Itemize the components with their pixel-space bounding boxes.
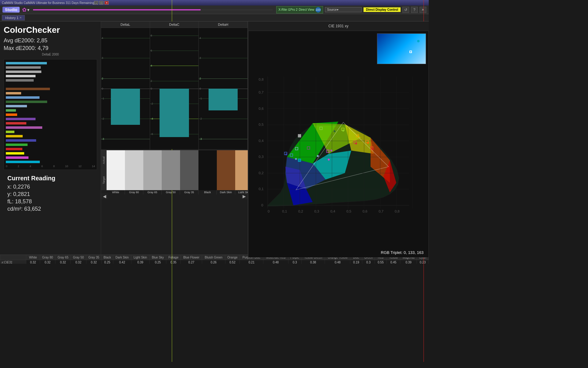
- svg-point-54: [330, 150, 332, 151]
- ddc-button[interactable]: Direct Display Control: [364, 7, 401, 12]
- svg-point-56: [328, 159, 330, 160]
- bar-row: [6, 139, 95, 142]
- swatch-gray80-target[interactable]: [125, 170, 143, 190]
- scroll-left[interactable]: ◀: [101, 193, 108, 199]
- col-header-white: White: [26, 255, 40, 260]
- svg-text:0,5: 0,5: [259, 123, 264, 126]
- actual-label: Actual: [101, 150, 107, 170]
- swatch-name-gray65: Gray 65: [143, 190, 162, 194]
- swatch-gray50-target[interactable]: [162, 170, 180, 190]
- bar-fill: [6, 88, 50, 90]
- minimize-btn[interactable]: –: [94, 1, 98, 5]
- toolbar-progress-bar: [33, 9, 273, 10]
- table-cell: 0.25: [149, 260, 166, 264]
- deltaL-title: DeltaL: [101, 21, 150, 28]
- table-cell: 0.3: [362, 260, 375, 264]
- grid-line: [150, 81, 199, 81]
- bar-fill: [6, 139, 36, 142]
- settings-btn[interactable]: ✕: [420, 7, 426, 13]
- swatch-gray50-actual[interactable]: [162, 150, 180, 170]
- deltaH-title: DeltaH: [199, 21, 247, 28]
- bar-fill: [6, 122, 26, 125]
- refresh-btn[interactable]: ↺: [402, 7, 409, 13]
- axis-label: -3: [102, 137, 104, 140]
- grid-line: [199, 38, 247, 38]
- bar-chart-rows: [6, 61, 95, 164]
- swatch-gray80-actual[interactable]: [125, 150, 143, 170]
- bar-row: [6, 156, 95, 159]
- swatch-lightskin-target[interactable]: [235, 170, 248, 190]
- device-selector[interactable]: X-Rite i1Pro 2 Direct View 223: [276, 6, 323, 13]
- bar-fill: [6, 118, 36, 120]
- svg-text:0,8: 0,8: [259, 78, 264, 81]
- tab-label: History 1: [5, 16, 18, 20]
- table-cell: 0.48: [263, 260, 288, 264]
- bar-row: [6, 66, 95, 69]
- bar-fill: [6, 135, 23, 137]
- table-cell: 0.32: [55, 260, 71, 264]
- bar-row: [6, 160, 95, 164]
- table-cell: 0.32: [40, 260, 55, 264]
- swatch-gray65-target[interactable]: [143, 170, 162, 190]
- table-cell: 0.48: [325, 260, 350, 264]
- studio-logo: Studio: [2, 7, 20, 13]
- bar-fill: [6, 156, 28, 159]
- toolbar-dropdown-arrow[interactable]: ▾: [27, 7, 29, 12]
- left-panel: ColorChecker Avg dE2000: 2,85 Max dE2000…: [0, 21, 101, 255]
- table-cell: 0.45: [386, 260, 400, 264]
- axis-label: 3: [199, 56, 201, 59]
- swatch-darkskin-target[interactable]: [217, 170, 235, 190]
- grid-line: [199, 119, 247, 119]
- bar-fill: [6, 79, 34, 82]
- tab-close[interactable]: ×: [20, 16, 21, 19]
- table-cell: 0.19: [350, 260, 362, 264]
- swatch-gray35-actual[interactable]: [180, 150, 198, 170]
- bar-row: [6, 117, 95, 121]
- axis-label: 0: [199, 87, 201, 90]
- bar-row: [6, 61, 95, 65]
- swatch-white-target[interactable]: [107, 170, 125, 190]
- bar-fill: [6, 62, 47, 64]
- maximize-btn[interactable]: □: [99, 1, 104, 5]
- table-cell: 0.39: [131, 260, 149, 264]
- avg-de2000: Avg dE2000: 2,85: [4, 37, 97, 44]
- deltaL-bar: [111, 89, 140, 125]
- toolbar-icon[interactable]: ✿: [22, 6, 27, 13]
- actual-swatches: [107, 150, 248, 170]
- scroll-right[interactable]: ▶: [241, 193, 248, 199]
- swatch-black-actual[interactable]: [198, 150, 217, 170]
- col-header-blueflower: Blue Flower: [181, 255, 202, 260]
- svg-point-42: [334, 130, 335, 132]
- swatch-gray35-target[interactable]: [180, 170, 198, 190]
- bar-row: [6, 74, 95, 78]
- swatch-lightskin-actual[interactable]: [235, 150, 248, 170]
- source-label: Source: [327, 8, 337, 11]
- cie-title: CIE 1931 xy: [248, 21, 429, 29]
- rgb-triplet: RGB Triplet: 0, 133, 163: [381, 250, 424, 255]
- axis-label: 3: [102, 56, 103, 59]
- table-cell: 0.21: [240, 260, 263, 264]
- bar-fill: [6, 161, 40, 163]
- swatch-white-actual[interactable]: [107, 150, 125, 170]
- swatch-black-target[interactable]: [198, 170, 217, 190]
- deltaC-chart: DeltaC 8 6 4 2 0 -2 -4: [150, 21, 199, 150]
- col-header-bluesky: Blue Sky: [149, 255, 166, 260]
- table-cell: 0.26: [202, 260, 225, 264]
- svg-text:0,1: 0,1: [282, 209, 287, 213]
- toolbar-right: X-Rite i1Pro 2 Direct View 223 Source ▾ …: [276, 6, 426, 13]
- swatch-darkskin-actual[interactable]: [217, 150, 235, 170]
- table-cell: 0.32: [26, 260, 40, 264]
- col-header-gray50: Gray 50: [71, 255, 86, 260]
- middle-panel: DeltaL 4 3 2 0 -1 -2 -: [101, 21, 248, 255]
- delta-charts-row: DeltaL 4 3 2 0 -1 -2 -: [101, 21, 248, 150]
- swatch-name-darkskin: Dark Skin: [217, 190, 235, 194]
- grid-line-accent: [101, 79, 150, 79]
- source-dropdown[interactable]: Source ▾: [325, 7, 362, 12]
- help-btn[interactable]: ?: [411, 7, 418, 13]
- swatch-gray65-actual[interactable]: [143, 150, 162, 170]
- max-de2000: Max dE2000: 4,79: [4, 45, 97, 52]
- grid-line-accent: [199, 139, 247, 139]
- col-header-empty: [0, 255, 26, 260]
- close-btn[interactable]: ✕: [104, 1, 109, 5]
- history-tab[interactable]: History 1 ×: [2, 15, 25, 21]
